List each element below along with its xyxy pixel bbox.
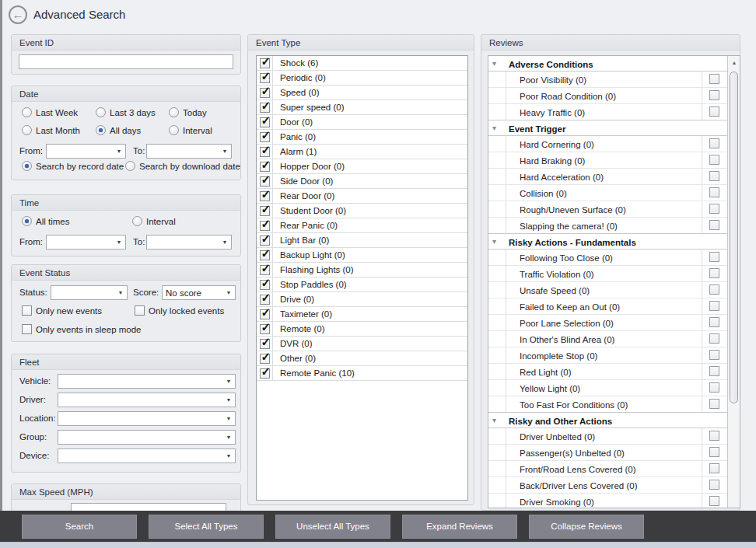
- review-checkbox[interactable]: [709, 220, 719, 230]
- review-checkbox[interactable]: [709, 204, 719, 214]
- review-item-row[interactable]: Unsafe Speed (0): [488, 282, 727, 298]
- review-checkbox[interactable]: [709, 431, 719, 441]
- checkbox-cell[interactable]: [257, 351, 273, 365]
- review-checkbox[interactable]: [709, 350, 719, 360]
- event-type-row[interactable]: Shock (6): [257, 56, 467, 71]
- date-radio-option[interactable]: Interval: [169, 125, 212, 135]
- checkbox-cell[interactable]: [257, 292, 273, 306]
- review-item-row[interactable]: Front/Road Lens Covered (0): [488, 461, 727, 477]
- event-type-row[interactable]: Taximeter (0): [257, 307, 467, 322]
- event-type-row[interactable]: Drive (0): [257, 292, 467, 307]
- review-checkbox[interactable]: [709, 284, 719, 295]
- event-type-row[interactable]: Backup Light (0): [257, 248, 467, 263]
- event-type-row[interactable]: Periodic (0): [257, 71, 467, 86]
- review-checkbox[interactable]: [709, 480, 719, 490]
- checkbox-cell[interactable]: [257, 218, 273, 232]
- review-group-row[interactable]: ▾Adverse Conditions: [488, 56, 727, 72]
- checkbox-cell[interactable]: [257, 130, 273, 144]
- review-item-row[interactable]: Yellow Light (0): [488, 380, 727, 396]
- checkbox-cell[interactable]: [257, 56, 273, 70]
- review-item-row[interactable]: Back/Driver Lens Covered (0): [488, 477, 727, 494]
- review-item-row[interactable]: In Other's Blind Area (0): [488, 331, 727, 347]
- fleet-dropdown[interactable]: ▼: [58, 449, 236, 463]
- footer-button[interactable]: Expand Reviews: [402, 515, 517, 539]
- review-checkbox[interactable]: [709, 496, 719, 506]
- collapse-arrow-icon[interactable]: ▾: [492, 413, 496, 428]
- review-checkbox[interactable]: [709, 301, 719, 311]
- event-type-row[interactable]: Light Bar (0): [257, 233, 467, 248]
- time-radio-option[interactable]: All times: [22, 216, 69, 226]
- event-type-row[interactable]: Rear Panic (0): [257, 218, 467, 233]
- event-type-row[interactable]: Other (0): [257, 351, 467, 366]
- review-checkbox[interactable]: [709, 399, 719, 409]
- review-item-row[interactable]: Red Light (0): [488, 364, 727, 380]
- event-type-row[interactable]: Door (0): [257, 115, 467, 130]
- review-item-row[interactable]: Collision (0): [488, 185, 727, 201]
- checkbox-cell[interactable]: [257, 322, 273, 336]
- review-item-row[interactable]: Driver Unbelted (0): [488, 428, 727, 445]
- search-by-radio-option[interactable]: Search by download date: [125, 161, 240, 171]
- checkbox-cell[interactable]: [257, 145, 273, 159]
- event-type-row[interactable]: Alarm (1): [257, 145, 467, 159]
- event-type-row[interactable]: Hopper Door (0): [257, 159, 467, 174]
- collapse-arrow-icon[interactable]: ▾: [492, 234, 496, 250]
- review-item-row[interactable]: Slapping the camera! (0): [488, 218, 727, 234]
- review-item-row[interactable]: Poor Road Condition (0): [488, 88, 727, 104]
- time-from-dropdown[interactable]: ▼: [46, 235, 126, 250]
- scroll-up-icon[interactable]: ▲: [728, 56, 740, 68]
- review-checkbox[interactable]: [709, 317, 719, 327]
- review-checkbox[interactable]: [709, 138, 719, 148]
- event-type-row[interactable]: Stop Paddles (0): [257, 277, 467, 292]
- review-checkbox[interactable]: [709, 382, 719, 393]
- date-radio-option[interactable]: Last 3 days: [96, 107, 156, 117]
- time-radio-option[interactable]: Interval: [132, 216, 176, 226]
- checkbox-cell[interactable]: [257, 159, 273, 173]
- date-from-dropdown[interactable]: ▼: [46, 144, 126, 159]
- review-item-row[interactable]: Following Too Close (0): [488, 250, 727, 266]
- date-to-dropdown[interactable]: ▼: [146, 144, 232, 159]
- status-dropdown[interactable]: ▼: [51, 285, 128, 300]
- review-item-row[interactable]: Rough/Uneven Surface (0): [488, 201, 727, 218]
- review-checkbox[interactable]: [709, 268, 719, 278]
- event-type-row[interactable]: Panic (0): [257, 130, 467, 145]
- event-type-row[interactable]: Remote (0): [257, 322, 467, 337]
- fleet-dropdown[interactable]: ▼: [58, 374, 236, 389]
- status-checkbox-option[interactable]: Only events in sleep mode: [22, 324, 142, 334]
- review-checkbox[interactable]: [709, 252, 719, 262]
- event-type-row[interactable]: Remote Panic (10): [257, 366, 467, 381]
- footer-button[interactable]: Select All Types: [149, 515, 264, 539]
- review-item-row[interactable]: Failed to Keep an Out (0): [488, 298, 727, 315]
- review-item-row[interactable]: Poor Lane Selection (0): [488, 315, 727, 331]
- review-item-row[interactable]: Poor Visibility (0): [488, 72, 727, 88]
- review-item-row[interactable]: Hard Cornering (0): [488, 136, 727, 152]
- checkbox-cell[interactable]: [257, 86, 273, 99]
- fleet-dropdown[interactable]: ▼: [58, 430, 236, 445]
- review-item-row[interactable]: Too Fast For Conditions (0): [488, 396, 727, 413]
- review-checkbox[interactable]: [709, 187, 719, 197]
- review-checkbox[interactable]: [709, 366, 719, 376]
- fleet-dropdown[interactable]: ▼: [58, 411, 236, 426]
- review-item-row[interactable]: Incomplete Stop (0): [488, 347, 727, 364]
- review-checkbox[interactable]: [709, 155, 719, 165]
- footer-button[interactable]: Collapse Reviews: [529, 515, 644, 539]
- event-type-row[interactable]: DVR (0): [257, 337, 467, 351]
- event-type-row[interactable]: Flashing Lights (0): [257, 263, 467, 277]
- collapse-arrow-icon[interactable]: ▾: [492, 56, 496, 72]
- checkbox-cell[interactable]: [257, 189, 273, 203]
- event-id-input[interactable]: [19, 54, 233, 69]
- date-radio-option[interactable]: Today: [169, 107, 207, 117]
- review-item-row[interactable]: Driver Smoking (0): [488, 494, 727, 508]
- checkbox-cell[interactable]: [257, 71, 273, 85]
- checkbox-cell[interactable]: [257, 233, 273, 247]
- status-checkbox-option[interactable]: Only locked events: [135, 305, 224, 316]
- footer-button[interactable]: Unselect All Types: [275, 515, 390, 539]
- back-button[interactable]: ←: [9, 5, 27, 24]
- checkbox-cell[interactable]: [257, 277, 273, 291]
- checkbox-cell[interactable]: [257, 100, 273, 114]
- checkbox-cell[interactable]: [257, 248, 273, 262]
- reviews-scrollbar[interactable]: ▲: [727, 56, 740, 508]
- checkbox-cell[interactable]: [257, 263, 273, 277]
- collapse-arrow-icon[interactable]: ▾: [492, 120, 496, 136]
- review-item-row[interactable]: Passenger(s) Unbelted (0): [488, 445, 727, 461]
- checkbox-cell[interactable]: [257, 204, 273, 218]
